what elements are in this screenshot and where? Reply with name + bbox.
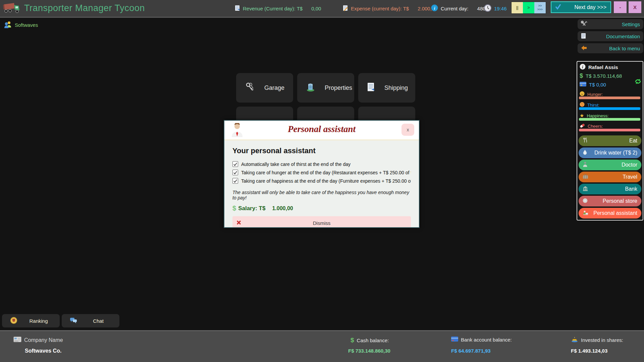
bank-balance-value: F$ 64.697.871,93 bbox=[451, 348, 491, 354]
cheers-bar bbox=[579, 129, 640, 131]
refresh-icon[interactable] bbox=[634, 78, 642, 86]
assistant-icon bbox=[583, 210, 588, 217]
play-button[interactable]: > bbox=[523, 2, 534, 13]
current-day-label: Current day: bbox=[441, 6, 469, 11]
personal-assistant-button[interactable]: Personal assistant bbox=[579, 208, 641, 219]
keys-icon bbox=[245, 82, 255, 94]
revenue-indicator: Revenue (Current day): T$ 0,00 bbox=[235, 0, 321, 17]
game-speed-controls: || > >>>>> bbox=[511, 2, 546, 14]
menu-button-label: Garage bbox=[264, 84, 284, 92]
pill-icon bbox=[580, 123, 585, 129]
document-icon bbox=[581, 33, 586, 40]
revenue-label: Revenue (Current day): T$ bbox=[243, 6, 303, 11]
dismiss-label: Dismiss bbox=[313, 220, 331, 226]
player-bank-row: T$ 0,00 bbox=[580, 82, 606, 87]
tools-icon bbox=[581, 21, 588, 28]
shares-label-row: Invested in shares: bbox=[571, 337, 623, 344]
sidebar-item-label: Settings bbox=[622, 21, 640, 27]
dismiss-button[interactable]: Dismiss bbox=[232, 216, 411, 227]
pause-button[interactable]: || bbox=[512, 2, 523, 13]
expense-indicator: Expense (current day): T$ 2.000,00 bbox=[343, 0, 437, 17]
gold-bar-icon bbox=[571, 337, 578, 344]
personal-assistant-modal: Personal assistant x Your personal assis… bbox=[224, 120, 420, 228]
player-cash-value: T$ 3.570.114,68 bbox=[586, 73, 622, 79]
checkbox-checked[interactable] bbox=[232, 161, 238, 167]
drink-water-button[interactable]: Drink water (T$ 2) bbox=[579, 147, 641, 158]
chat-label: Chat bbox=[93, 318, 104, 324]
doctor-button[interactable]: Doctor bbox=[579, 160, 641, 170]
option-hunger[interactable]: Taking care of hunger at the end of the … bbox=[232, 168, 411, 177]
doctor-icon bbox=[583, 162, 588, 168]
ranking-label: Ranking bbox=[29, 318, 48, 324]
footer-bar: Company Name Softwaves Co. $ Cash balanc… bbox=[0, 330, 644, 362]
expense-doc-icon bbox=[343, 5, 348, 12]
player-cash-row: $ T$ 3.570.114,68 bbox=[580, 72, 622, 79]
people-icon bbox=[4, 21, 12, 29]
salary-row: $ Salary: T$ 1.000,00 bbox=[232, 204, 411, 212]
dollar-icon: $ bbox=[232, 204, 236, 212]
document-icon bbox=[367, 82, 375, 94]
bank-balance-label-row: Bank account balance: bbox=[451, 337, 512, 343]
check-icon bbox=[555, 4, 561, 11]
sidebar-item-label: Documentation bbox=[606, 34, 640, 39]
arrow-left-icon bbox=[581, 45, 587, 52]
option-thirst[interactable]: Automatically take care of thirst at the… bbox=[232, 160, 411, 168]
company-chip: Softwaves bbox=[4, 21, 38, 29]
svg-text:i: i bbox=[434, 6, 435, 11]
info-icon: i bbox=[580, 64, 586, 71]
next-day-button[interactable]: Next day >>> bbox=[551, 1, 611, 13]
cheers-stat-label: Cheers: bbox=[580, 123, 603, 129]
game-screen: Transporter Manager Tycoon Revenue (Curr… bbox=[0, 0, 644, 362]
bank-icon bbox=[583, 186, 588, 192]
menu-button-garage[interactable]: Garage bbox=[236, 73, 293, 103]
bank-button[interactable]: Bank bbox=[579, 184, 641, 194]
menu-button-label: Properties bbox=[325, 84, 352, 92]
time-value: 19:46 bbox=[494, 6, 507, 11]
checkbox-checked[interactable] bbox=[232, 178, 238, 184]
coin-icon bbox=[583, 198, 588, 204]
option-happiness[interactable]: Taking care of happiness at the end of t… bbox=[232, 177, 411, 185]
suitcase-icon bbox=[583, 174, 588, 180]
modal-header: Personal assistant x bbox=[224, 121, 419, 139]
revenue-doc-icon bbox=[235, 5, 240, 12]
clock-icon bbox=[484, 4, 491, 13]
menu-button-properties[interactable]: Properties bbox=[297, 73, 354, 103]
sidebar-item-back-to-menu[interactable]: Back to menu bbox=[578, 43, 643, 53]
salary-label: Salary: T$ bbox=[238, 205, 265, 212]
truck-logo-icon bbox=[3, 1, 21, 17]
happiness-bar bbox=[579, 118, 640, 121]
revenue-value: 0,00 bbox=[311, 6, 321, 11]
clock-indicator: 19:46 bbox=[484, 0, 507, 17]
company-chip-label: Softwaves bbox=[15, 22, 38, 28]
id-card-icon bbox=[13, 337, 21, 344]
checkbox-checked[interactable] bbox=[232, 170, 238, 175]
shares-value: F$ 1.493.124,03 bbox=[571, 348, 607, 354]
company-name-label-row: Company Name bbox=[13, 337, 63, 344]
menu-button-label: Shipping bbox=[384, 84, 408, 92]
ranking-button[interactable]: Ranking bbox=[2, 314, 60, 327]
modal-title: Personal assistant bbox=[224, 124, 419, 134]
personal-store-button[interactable]: Personal store bbox=[579, 196, 641, 206]
info-icon: i bbox=[431, 4, 438, 12]
player-name-row: i Rafael Assis bbox=[580, 64, 618, 71]
droplet-icon bbox=[583, 149, 587, 157]
cash-balance-value: F$ 733.148.860,30 bbox=[348, 348, 390, 354]
modal-heading: Your personal assistant bbox=[232, 146, 411, 155]
red-x-icon bbox=[236, 220, 241, 226]
menu-button-shipping[interactable]: Shipping bbox=[358, 73, 415, 103]
sidebar-item-settings[interactable]: Settings bbox=[578, 19, 643, 29]
eat-icon bbox=[583, 137, 588, 144]
medal-icon bbox=[10, 317, 17, 325]
modal-close-button[interactable]: x bbox=[401, 124, 414, 136]
company-name-value: Softwaves Co. bbox=[25, 348, 61, 354]
fast-forward-button[interactable]: >>>>> bbox=[534, 2, 546, 13]
travel-button[interactable]: Travel bbox=[579, 172, 641, 182]
minimize-button[interactable]: - bbox=[614, 1, 627, 13]
cash-balance-label-row: $ Cash balance: bbox=[351, 337, 389, 344]
close-window-button[interactable]: X bbox=[629, 1, 641, 13]
credit-card-icon bbox=[580, 82, 586, 87]
title-bar: Transporter Manager Tycoon Revenue (Curr… bbox=[0, 0, 644, 18]
eat-button[interactable]: Eat bbox=[579, 135, 641, 146]
sidebar-item-documentation[interactable]: Documentation bbox=[578, 31, 643, 41]
chat-button[interactable]: Chat bbox=[62, 314, 119, 327]
